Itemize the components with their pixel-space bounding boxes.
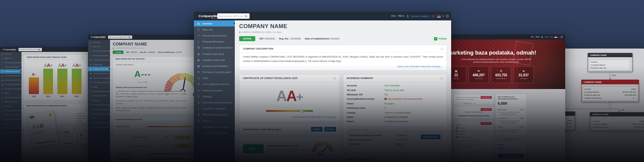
download-english-button[interactable]: English: [324, 127, 336, 132]
filter-option[interactable]: ✓ Udruženja: [456, 127, 491, 129]
sidebar-item[interactable]: ▣ Accounts and blockades: [194, 63, 235, 69]
sidebar-item[interactable]: ⚒ Court publications archive: [194, 81, 235, 87]
help-icon[interactable]: ?: [560, 36, 563, 38]
sidebar-item[interactable]: ✪ Cetificate of credit excellence: [0, 69, 21, 74]
ratio-slider[interactable]: ▼: [148, 159, 193, 160]
caret-icon[interactable]: ▾: [443, 15, 444, 17]
info-icon[interactable]: i: [440, 157, 443, 160]
serbia-flag-icon[interactable]: [437, 15, 441, 17]
uk-flag-icon[interactable]: [550, 36, 553, 38]
sidebar-item[interactable]: ✪ Cetificate of credit excellence: [194, 45, 235, 51]
search-input[interactable]: Enter the name, VAT or reg. number ▾: [217, 13, 250, 19]
language-selector[interactable]: EN ▾: [391, 15, 396, 17]
sidebar-item[interactable]: ▦ Company Credit Limit: [88, 71, 110, 76]
sidebar-item[interactable]: ⓘ Basic Info: [88, 44, 110, 49]
follow-button[interactable]: ✓Follow: [434, 37, 447, 40]
sidebar-item[interactable]: ✉ Promissory note and pawns: [0, 87, 21, 91]
company-card[interactable]: COMPANY NAME ^ Country:/Company bilance:…: [588, 53, 633, 72]
more-info-link[interactable]: some more information about the company: [243, 156, 336, 162]
info-icon[interactable]: i: [440, 77, 443, 80]
sidebar-item[interactable]: ▤ Summary: [194, 20, 235, 26]
sidebar-item[interactable]: ↻ Changes: [0, 104, 21, 108]
filter-option[interactable]: ✓ Konsultantske usluge: [456, 136, 491, 138]
help-icon[interactable]: ?: [446, 15, 449, 18]
welcome-user[interactable]: Welcome, Matija12: [411, 15, 429, 17]
sidebar-item[interactable]: ↻ Changes: [88, 98, 110, 102]
sidebar-item[interactable]: ♕ Competive companies: [194, 106, 235, 112]
sidebar-item[interactable]: ⚇ Persons and ownership: [0, 61, 21, 65]
company-card[interactable]: COMPANY NAME ^ Country:SrbijaCompany bil…: [590, 112, 644, 131]
sidebar-item[interactable]: ⓘ Basic Info: [194, 26, 235, 32]
info-icon[interactable]: i: [82, 56, 84, 58]
sidebar-item[interactable]: ◉ In-depth credit rating: [88, 67, 110, 71]
ratio-slider[interactable]: ▼: [148, 126, 193, 127]
sidebar-item[interactable]: ▥ Real estate and property: [194, 112, 235, 118]
reset-filter-button[interactable]: ✕ Poništi filter: [481, 96, 492, 99]
search-icon[interactable]: [38, 49, 40, 50]
sidebar-item[interactable]: ∑ Calculation of credit rating: [194, 124, 235, 130]
sidebar-item[interactable]: ⇄ Export: [88, 116, 110, 120]
sidebar-item[interactable]: ⇄ Export: [0, 122, 21, 126]
checkbox[interactable]: ✓: [456, 133, 458, 135]
follow-checkbox[interactable]: ✓: [434, 37, 437, 40]
checkbox[interactable]: ✓: [456, 136, 458, 138]
filter-option[interactable]: ✓ Kompanija: [456, 130, 491, 132]
sidebar-item[interactable]: ⇄ Export: [194, 118, 235, 124]
sidebar-item[interactable]: ❏ Documents and publications: [0, 108, 21, 113]
checkbox[interactable]: [498, 129, 499, 131]
sidebar-item[interactable]: ∑ Calculation of credit rating: [0, 126, 21, 130]
sidebar-item[interactable]: ▣ Accounts and blockades: [0, 82, 21, 87]
download-serbian-button[interactable]: Serbian: [311, 127, 323, 132]
employees-slider[interactable]: [458, 115, 489, 116]
sidebar-item[interactable]: ⚇ Company Users Statistic: [88, 125, 110, 129]
sidebar-item[interactable]: ▤ Summary: [88, 40, 110, 44]
serbia-flag-icon[interactable]: [554, 36, 557, 38]
sidebar-item[interactable]: ◉ In-depth credit rating: [194, 51, 235, 57]
slider-marker-icon[interactable]: ▼: [191, 157, 193, 159]
slider-marker-icon[interactable]: ▼: [188, 152, 190, 154]
sidebar-item[interactable]: ∑ Calculation of credit rating: [88, 120, 110, 125]
login-link[interactable]: Prijava: [544, 36, 549, 38]
sidebar-item[interactable]: ⚇ Persons and ownership: [194, 32, 235, 38]
sidebar-item[interactable]: ⚇ Company Users Statistic: [194, 130, 235, 136]
sidebar-item[interactable]: ▥ Real estate and property: [0, 117, 21, 122]
refresh-data-button[interactable]: ↻Refresh data: [421, 135, 440, 139]
currency-selector[interactable]: RSD ▾: [536, 36, 540, 38]
company-card-highlight[interactable]: COMPANY NAME ^ Country:SrbijaCompany bil…: [581, 80, 639, 102]
uk-flag-icon[interactable]: [431, 15, 435, 17]
info-icon[interactable]: i: [333, 77, 336, 80]
sidebar-item[interactable]: ⚒ Court publications archive: [88, 89, 110, 93]
sidebar-item[interactable]: ◷ Public procurement: [194, 87, 235, 93]
sidebar-item[interactable]: ❏ Documents and publications: [88, 102, 110, 107]
sidebar-item[interactable]: ✉ Promissory note and pawns: [194, 69, 235, 75]
search-input[interactable]: Enter the name, VAT or reg. number ▾: [18, 48, 42, 51]
sidebar-item[interactable]: ⚖ Debts: [0, 91, 21, 95]
sidebar-item[interactable]: ▤ Summary: [0, 52, 21, 56]
sidebar-item[interactable]: ↻ Changes: [194, 93, 235, 99]
sidebar-item[interactable]: ◉ In-depth credit rating: [0, 74, 21, 78]
sidebar-item[interactable]: ✪ Credit rating: [88, 62, 110, 67]
slider-handle[interactable]: [476, 115, 479, 117]
sidebar-item[interactable]: ⚒ Court publications archive: [0, 95, 21, 100]
sidebar-item[interactable]: ∿ Financial information: [194, 39, 235, 45]
checkbox[interactable]: ✓: [456, 127, 458, 129]
buy-package-button[interactable]: KUPI PAKET: [498, 154, 524, 158]
currency-selector[interactable]: RSD ▾: [398, 15, 405, 17]
sidebar-item[interactable]: ✉ Promissory note and pawns: [88, 80, 110, 85]
language-selector[interactable]: RS ▾: [531, 36, 534, 38]
sidebar-item[interactable]: ▦ Company Credit Limit: [0, 78, 21, 82]
sidebar-item[interactable]: ⚖ Debts: [88, 85, 110, 89]
sidebar-item[interactable]: ⚇ Company Users Statistic: [0, 130, 21, 135]
reset-filter-button[interactable]: ✕ Poništi filter: [481, 122, 492, 125]
search-input[interactable]: Enter the name, VAT or reg. number ▾: [108, 35, 132, 39]
search-icon[interactable]: [128, 36, 130, 38]
sidebar-item[interactable]: ▦ Company Credit Limit: [194, 57, 235, 63]
reset-filter-button[interactable]: ✕ Poništi filter: [481, 108, 492, 111]
checkbox[interactable]: [498, 120, 499, 122]
slider-marker-icon[interactable]: ▼: [185, 125, 186, 127]
rating-marker[interactable]: ✓: [300, 109, 303, 113]
sidebar-item[interactable]: ◷ Public procurement: [0, 100, 21, 104]
status-badge[interactable]: ACTIVE: [239, 36, 255, 41]
amount-input[interactable]: 7.000.000,00: [456, 102, 472, 105]
sidebar-item[interactable]: ▦ Consolidated finance data: [88, 58, 110, 62]
